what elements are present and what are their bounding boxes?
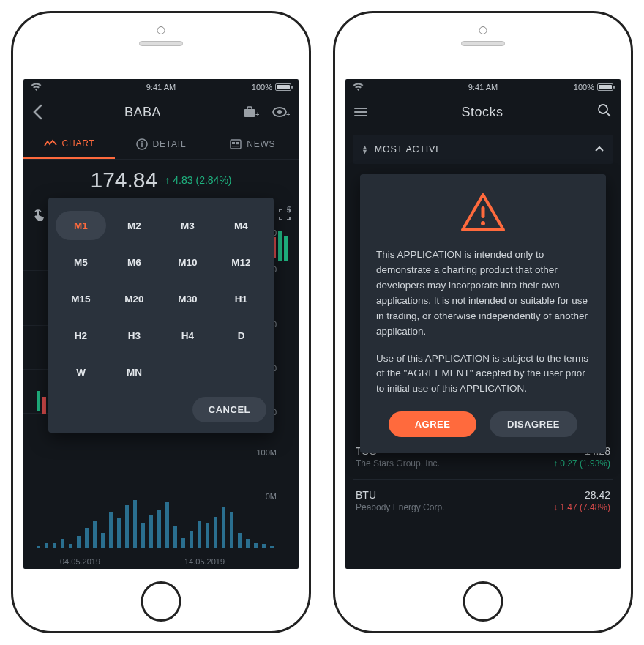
cancel-button[interactable]: CANCEL [192,397,266,422]
news-icon [230,139,242,149]
chevron-up-icon [594,144,604,154]
volume-bar [53,543,56,548]
timeframe-h2[interactable]: H2 [56,321,106,350]
nav-bar: BABA + + [23,95,299,129]
filter-dropdown[interactable]: ▲▼ MOST ACTIVE [353,135,613,164]
timeframe-h1[interactable]: H1 [216,284,266,313]
phone-camera [479,26,487,34]
disagree-button[interactable]: DISAGREE [490,411,577,437]
stock-row[interactable]: BTU28.42 Peabody Energy Corp.↓ 1.47 (7.4… [356,489,610,512]
candle [284,236,288,261]
volume-bar [117,518,121,548]
volume-bar [77,536,80,549]
timeframe-m3[interactable]: M3 [162,211,213,240]
svg-rect-15 [482,206,485,218]
volume-bar [246,539,250,548]
menu-button[interactable] [354,105,367,119]
volume-bar [45,543,48,548]
volume-bar [93,521,97,549]
timeframe-m6[interactable]: M6 [109,247,160,277]
stock-delta: ↑ 0.27 (1.93%) [553,458,610,469]
stock-name: Peabody Energy Corp. [356,502,444,512]
screen-right: 9:41 AM 100% Stocks ▲▼ MOST ACTIVE TSG1 [345,79,621,569]
info-icon [136,138,148,150]
svg-rect-13 [236,143,240,144]
timeframe-d[interactable]: D [216,321,266,350]
timeframe-m30[interactable]: M30 [162,284,213,313]
timeframe-m20[interactable]: M20 [109,284,160,313]
timeframe-m1[interactable]: M1 [56,211,106,240]
phone-frame-right: 9:41 AM 100% Stocks ▲▼ MOST ACTIVE TSG1 [333,11,633,633]
tab-chart[interactable]: CHART [23,129,115,159]
touch-mode-icon[interactable] [31,208,47,227]
status-bar: 9:41 AM 100% [23,79,299,95]
vol-tick: 100M [256,448,277,457]
candle [42,397,46,414]
svg-point-14 [599,105,607,113]
screen-left: 9:41 AM 100% BABA + + [23,79,299,569]
volume-bar [270,546,274,549]
tab-news[interactable]: NEWS [207,129,299,159]
timeframe-m5[interactable]: M5 [56,247,106,277]
price-row: 174.84 ↑ 4.83 (2.84%) [23,160,299,201]
status-time: 9:41 AM [345,83,621,92]
volume-bar [198,521,201,549]
timeframe-m4[interactable]: M4 [216,211,266,240]
timeframe-h3[interactable]: H3 [109,321,160,350]
volume-bar [157,510,161,549]
timeframe-m12[interactable]: M12 [216,247,266,277]
stock-name: The Stars Group, Inc. [356,458,440,469]
stock-delta: ↓ 1.47 (7.48%) [553,502,610,512]
home-button[interactable] [141,581,181,622]
nav-bar: Stocks [345,95,621,129]
timeframe-w[interactable]: W [56,357,106,387]
briefcase-add-icon[interactable]: + [243,105,259,119]
price-delta: ↑ 4.83 (2.84%) [165,174,231,186]
row-divider [353,479,613,480]
warning-icon [460,192,506,236]
volume-bar [262,544,266,548]
agree-button[interactable]: AGREE [389,411,476,437]
watch-add-icon[interactable]: + [272,105,290,119]
status-bar: 9:41 AM 100% [345,79,621,95]
battery-icon [275,83,291,91]
vol-tick: 0M [266,492,277,501]
timeframe-m10[interactable]: M10 [162,247,213,277]
volume-bar [149,515,153,549]
svg-text:+: + [255,111,259,119]
volume-bar [230,512,233,548]
stock-price: 28.42 [585,489,610,501]
volume-bar [37,546,40,549]
y-axis-unit: $ [287,205,291,214]
search-icon[interactable] [597,103,612,121]
svg-rect-1 [247,107,252,110]
status-time: 9:41 AM [23,83,299,92]
volume-bar [101,533,105,548]
sort-icon: ▲▼ [362,145,369,154]
timeframe-m2[interactable]: M2 [109,211,160,240]
volume-bar [165,502,169,548]
svg-rect-10 [232,142,235,144]
page-title: Stocks [367,105,597,120]
timeframe-h4[interactable]: H4 [162,321,213,350]
volume-bar [214,517,217,548]
x-tick: 04.05.2019 [60,557,100,566]
volume-bar [61,539,64,548]
volume-bar [133,500,137,549]
tab-detail[interactable]: DETAIL [115,129,206,159]
volume-bar [109,512,113,548]
timeframe-m15[interactable]: M15 [56,284,106,313]
volume-bar [206,523,209,548]
home-button[interactable] [463,581,503,622]
back-button[interactable] [32,104,42,120]
svg-rect-11 [232,146,239,146]
volume-bar [69,544,72,548]
volume-bar [181,538,185,548]
phone-speaker [461,41,505,46]
chart-line-icon [44,139,57,148]
timeframe-mn[interactable]: MN [109,357,160,387]
disclaimer-dialog: This APPLICATION is intended only to dem… [360,174,606,453]
volume-bar [222,507,225,548]
battery-icon [597,83,613,91]
volume-bar [85,528,89,548]
